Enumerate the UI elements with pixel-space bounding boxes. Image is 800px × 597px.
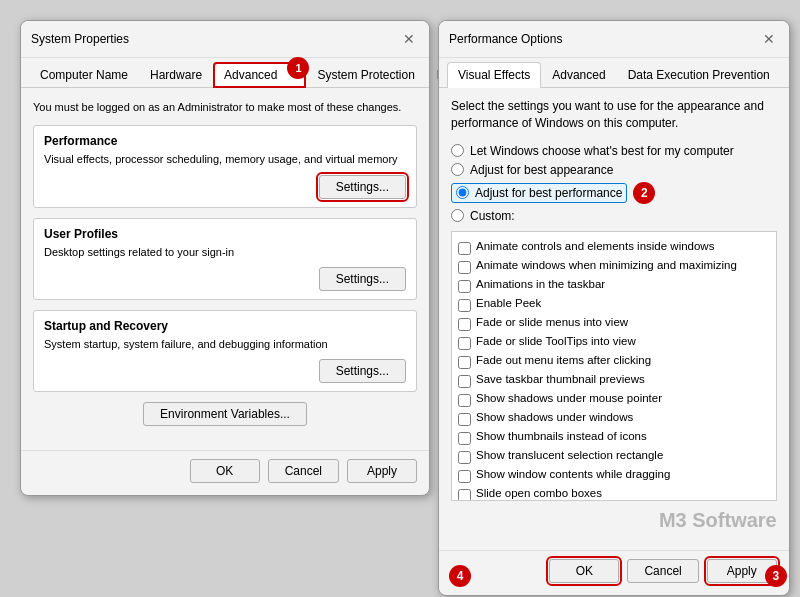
checkbox-animations-taskbar: Animations in the taskbar	[458, 276, 770, 295]
checkbox-shadows-windows-input[interactable]	[458, 413, 471, 426]
checkbox-translucent-selection: Show translucent selection rectangle	[458, 447, 770, 466]
system-properties-bottom-buttons: OK Cancel Apply	[21, 450, 429, 495]
checkbox-fade-slide-tooltips-input[interactable]	[458, 337, 471, 350]
checkbox-animate-windows-label: Animate windows when minimizing and maxi…	[476, 259, 737, 271]
admin-note: You must be logged on as an Administrato…	[33, 100, 417, 115]
step-4-badge: 4	[449, 565, 471, 587]
performance-options-titlebar: Performance Options ✕	[439, 21, 789, 58]
checkbox-thumbnails-icons-label: Show thumbnails instead of icons	[476, 430, 647, 442]
system-properties-close-button[interactable]: ✕	[399, 29, 419, 49]
checkbox-shadows-mouse-label: Show shadows under mouse pointer	[476, 392, 662, 404]
performance-options-bottom-buttons: 4 OK Cancel Apply 3	[439, 550, 789, 595]
radio-custom-label: Custom:	[470, 209, 515, 223]
sys-apply-button[interactable]: Apply	[347, 459, 417, 483]
checkbox-save-taskbar-thumbnails-input[interactable]	[458, 375, 471, 388]
env-btn-row: Environment Variables...	[33, 402, 417, 426]
checkbox-slide-combo-boxes-input[interactable]	[458, 489, 471, 501]
performance-options-tabs: Visual Effects Advanced Data Execution P…	[439, 58, 789, 88]
radio-best-appearance-input[interactable]	[451, 163, 464, 176]
checkbox-translucent-selection-input[interactable]	[458, 451, 471, 464]
radio-let-windows: Let Windows choose what's best for my co…	[451, 144, 777, 158]
checkbox-shadows-windows: Show shadows under windows	[458, 409, 770, 428]
startup-recovery-settings-button[interactable]: Settings...	[319, 359, 406, 383]
startup-recovery-desc: System startup, system failure, and debu…	[44, 337, 406, 351]
checkbox-animate-windows: Animate windows when minimizing and maxi…	[458, 257, 770, 276]
performance-desc: Visual effects, processor scheduling, me…	[44, 152, 406, 166]
checkbox-translucent-selection-label: Show translucent selection rectangle	[476, 449, 663, 461]
perf-tab-visual-effects[interactable]: Visual Effects	[447, 62, 541, 88]
radio-best-appearance: Adjust for best appearance	[451, 163, 777, 177]
radio-group: Let Windows choose what's best for my co…	[451, 144, 777, 223]
checkbox-fade-slide-tooltips-label: Fade or slide ToolTips into view	[476, 335, 636, 347]
checkbox-animate-controls-label: Animate controls and elements inside win…	[476, 240, 714, 252]
checkbox-shadows-mouse-input[interactable]	[458, 394, 471, 407]
perf-desc: Select the settings you want to use for …	[451, 98, 777, 132]
checkbox-slide-combo-boxes: Slide open combo boxes	[458, 485, 770, 501]
checkbox-save-taskbar-thumbnails-label: Save taskbar thumbnail previews	[476, 373, 645, 385]
system-properties-titlebar: System Properties ✕	[21, 21, 429, 58]
radio-best-performance-label: Adjust for best performance	[475, 186, 622, 200]
tab-computer-name[interactable]: Computer Name	[29, 62, 139, 87]
user-profiles-label: User Profiles	[44, 227, 406, 241]
perf-cancel-button[interactable]: Cancel	[627, 559, 698, 583]
performance-settings-button[interactable]: Settings...	[319, 175, 406, 199]
checkbox-slide-combo-boxes-label: Slide open combo boxes	[476, 487, 602, 499]
performance-options-close-button[interactable]: ✕	[759, 29, 779, 49]
radio-best-performance-row: Adjust for best performance 2	[451, 182, 777, 204]
checkbox-enable-peek-input[interactable]	[458, 299, 471, 312]
radio-best-performance-input[interactable]	[456, 186, 469, 199]
checkbox-enable-peek-label: Enable Peek	[476, 297, 541, 309]
checkbox-show-window-contents-input[interactable]	[458, 470, 471, 483]
performance-options-title: Performance Options	[449, 32, 562, 46]
radio-let-windows-label: Let Windows choose what's best for my co…	[470, 144, 734, 158]
user-profiles-desc: Desktop settings related to your sign-in	[44, 245, 406, 259]
step-3-badge: 3	[765, 565, 787, 587]
radio-best-performance: Adjust for best performance	[451, 183, 627, 203]
radio-best-appearance-label: Adjust for best appearance	[470, 163, 613, 177]
checkbox-fade-slide-menus-label: Fade or slide menus into view	[476, 316, 628, 328]
radio-custom: Custom:	[451, 209, 777, 223]
startup-recovery-label: Startup and Recovery	[44, 319, 406, 333]
sys-ok-button[interactable]: OK	[190, 459, 260, 483]
system-properties-tabs: Computer Name Hardware Advanced1 System …	[21, 58, 429, 88]
environment-variables-button[interactable]: Environment Variables...	[143, 402, 307, 426]
tab-hardware[interactable]: Hardware	[139, 62, 213, 87]
sys-cancel-button[interactable]: Cancel	[268, 459, 339, 483]
user-profiles-section: User Profiles Desktop settings related t…	[33, 218, 417, 300]
radio-let-windows-input[interactable]	[451, 144, 464, 157]
checkbox-save-taskbar-thumbnails: Save taskbar thumbnail previews	[458, 371, 770, 390]
checkbox-fade-slide-tooltips: Fade or slide ToolTips into view	[458, 333, 770, 352]
checkbox-fade-slide-menus: Fade or slide menus into view	[458, 314, 770, 333]
checkbox-show-window-contents-label: Show window contents while dragging	[476, 468, 670, 480]
tab-advanced[interactable]: Advanced1	[213, 62, 306, 88]
performance-options-content: Select the settings you want to use for …	[439, 88, 789, 546]
checkbox-thumbnails-icons-input[interactable]	[458, 432, 471, 445]
checkbox-animations-taskbar-label: Animations in the taskbar	[476, 278, 605, 290]
perf-tab-advanced[interactable]: Advanced	[541, 62, 616, 87]
checkbox-fade-menu-items: Fade out menu items after clicking	[458, 352, 770, 371]
checkbox-animate-controls: Animate controls and elements inside win…	[458, 238, 770, 257]
checkbox-animations-taskbar-input[interactable]	[458, 280, 471, 293]
watermark: M3 Software	[451, 509, 777, 532]
checkbox-animate-windows-input[interactable]	[458, 261, 471, 274]
startup-recovery-section: Startup and Recovery System startup, sys…	[33, 310, 417, 392]
checkbox-animate-controls-input[interactable]	[458, 242, 471, 255]
checkbox-fade-menu-items-input[interactable]	[458, 356, 471, 369]
perf-ok-button[interactable]: OK	[549, 559, 619, 583]
system-properties-title: System Properties	[31, 32, 129, 46]
step-2-badge: 2	[633, 182, 655, 204]
tab-system-protection[interactable]: System Protection	[306, 62, 425, 87]
user-profiles-settings-button[interactable]: Settings...	[319, 267, 406, 291]
checkbox-enable-peek: Enable Peek	[458, 295, 770, 314]
performance-section: Performance Visual effects, processor sc…	[33, 125, 417, 207]
system-properties-content: You must be logged on as an Administrato…	[21, 88, 429, 446]
checkbox-shadows-windows-label: Show shadows under windows	[476, 411, 633, 423]
checkbox-thumbnails-icons: Show thumbnails instead of icons	[458, 428, 770, 447]
checkbox-fade-slide-menus-input[interactable]	[458, 318, 471, 331]
checkbox-fade-menu-items-label: Fade out menu items after clicking	[476, 354, 651, 366]
performance-label: Performance	[44, 134, 406, 148]
checkbox-shadows-mouse: Show shadows under mouse pointer	[458, 390, 770, 409]
radio-custom-input[interactable]	[451, 209, 464, 222]
checkbox-list[interactable]: Animate controls and elements inside win…	[451, 231, 777, 501]
perf-tab-dep[interactable]: Data Execution Prevention	[617, 62, 781, 87]
